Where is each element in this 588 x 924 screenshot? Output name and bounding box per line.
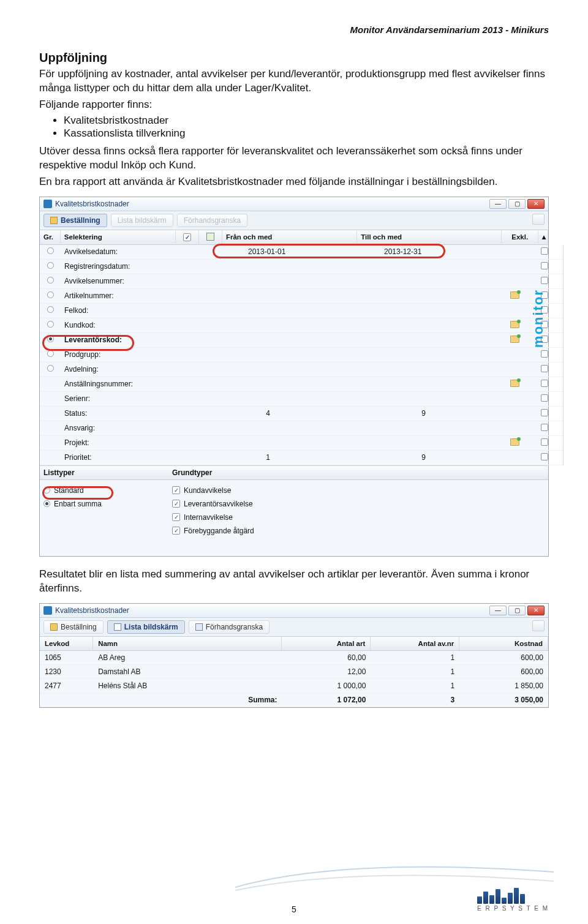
tab-forhandsgranska[interactable]: Förhandsgranska bbox=[189, 620, 270, 634]
col-kostnad: Kostnad bbox=[459, 637, 548, 650]
option-label: Internavvikelse bbox=[184, 513, 233, 522]
radio[interactable] bbox=[47, 306, 54, 313]
radio[interactable] bbox=[47, 277, 54, 284]
paragraph-resultat: Resultatet blir en lista med summering a… bbox=[39, 568, 549, 596]
minimize-button[interactable]: — bbox=[489, 199, 507, 209]
selection-row: Felkod: bbox=[40, 304, 563, 318]
cell-namn: AB Areg bbox=[93, 651, 282, 664]
tabbar: Beställning Lista bildskärm Förhandsgran… bbox=[40, 211, 548, 230]
listtype-option[interactable]: Enbart summa bbox=[43, 497, 135, 511]
to-value[interactable]: 2013-12-31 bbox=[384, 247, 499, 256]
from-value[interactable]: 1 bbox=[244, 453, 380, 462]
maximize-button[interactable]: ▢ bbox=[508, 199, 526, 209]
cell-kost: 600,00 bbox=[459, 651, 548, 664]
lookup-icon[interactable] bbox=[510, 321, 519, 328]
calendar-icon bbox=[206, 233, 214, 241]
cell-namn: Heléns Stål AB bbox=[93, 679, 282, 693]
selection-label: Serienr: bbox=[61, 394, 198, 403]
tab-lista-bildskarm[interactable]: Lista bildskärm bbox=[111, 214, 173, 227]
titlebar: Kvalitetsbristkostnader — ▢ ✕ bbox=[40, 197, 548, 211]
form-icon bbox=[50, 623, 58, 631]
cell-lev: 1065 bbox=[40, 651, 93, 664]
brand-sidebar: monitor bbox=[530, 289, 546, 348]
grundtype-option[interactable]: Leverantörsavvikelse bbox=[172, 497, 254, 511]
radio[interactable] bbox=[43, 487, 50, 494]
radio[interactable] bbox=[47, 365, 54, 372]
radio[interactable] bbox=[47, 350, 54, 357]
grundtype-option[interactable]: Kundavvikelse bbox=[172, 484, 254, 497]
checkbox[interactable] bbox=[172, 486, 180, 494]
radio[interactable] bbox=[43, 500, 50, 507]
to-value[interactable]: 9 bbox=[384, 453, 499, 462]
exkl-checkbox[interactable] bbox=[541, 247, 548, 255]
radio[interactable] bbox=[47, 291, 54, 298]
close-button[interactable]: ✕ bbox=[527, 199, 545, 209]
exkl-checkbox[interactable] bbox=[541, 277, 548, 284]
selection-label: Artikelnummer: bbox=[61, 291, 198, 300]
grundtype-option[interactable]: Internavvikelse bbox=[172, 511, 254, 524]
exkl-checkbox[interactable] bbox=[541, 424, 548, 431]
toolbar-options-button[interactable] bbox=[532, 214, 545, 225]
cell-art: 60,00 bbox=[282, 651, 371, 664]
exkl-checkbox[interactable] bbox=[541, 350, 548, 358]
sum-av: 3 bbox=[371, 693, 459, 707]
radio[interactable] bbox=[47, 336, 54, 342]
exkl-checkbox[interactable] bbox=[541, 453, 548, 460]
selection-row: Avdelning: bbox=[40, 362, 563, 377]
col-antal-art: Antal art bbox=[282, 637, 371, 650]
toolbar-options-button[interactable] bbox=[532, 620, 545, 631]
tabbar: Beställning Lista bildskärm Förhandsgran… bbox=[40, 618, 548, 637]
col-gr: Gr. bbox=[40, 231, 61, 243]
from-value[interactable]: 2013-01-01 bbox=[244, 247, 380, 256]
col-antal-avnr: Antal av.nr bbox=[371, 637, 459, 650]
radio[interactable] bbox=[47, 321, 54, 328]
result-sum-row: Summa: 1 072,00 3 3 050,00 bbox=[40, 693, 548, 707]
selection-row: Artikelnummer: bbox=[40, 289, 563, 304]
lookup-icon[interactable] bbox=[510, 291, 519, 299]
option-label: Leverantörsavvikelse bbox=[184, 500, 253, 508]
grid-header: Gr. Selektering Från och med Till och me… bbox=[40, 230, 548, 245]
cell-lev: 2477 bbox=[40, 679, 93, 693]
sub-grundtyper: Grundtyper bbox=[172, 468, 212, 477]
col-namn: Namn bbox=[93, 637, 282, 650]
result-row: 1065AB Areg60,001600,00 bbox=[40, 651, 548, 665]
checkbox[interactable] bbox=[172, 513, 180, 521]
radio[interactable] bbox=[47, 262, 54, 269]
tab-forhandsgranska[interactable]: Förhandsgranska bbox=[177, 214, 247, 227]
from-value[interactable]: 4 bbox=[244, 409, 380, 418]
list-icon bbox=[114, 623, 121, 631]
exkl-checkbox[interactable] bbox=[541, 262, 548, 269]
close-button[interactable]: ✕ bbox=[527, 606, 545, 615]
window-title: Kvalitetsbristkostnader bbox=[55, 606, 129, 615]
bullet-item: Kvalitetsbristkostnader bbox=[64, 115, 549, 127]
maximize-button[interactable]: ▢ bbox=[508, 606, 526, 615]
selection-label: Prodgrupp: bbox=[61, 350, 198, 359]
exkl-checkbox[interactable] bbox=[541, 365, 548, 372]
tab-bestallning[interactable]: Beställning bbox=[43, 620, 104, 634]
tab-bestallning[interactable]: Beställning bbox=[43, 214, 107, 227]
minimize-button[interactable]: — bbox=[489, 606, 507, 615]
tab-lista-bildskarm[interactable]: Lista bildskärm bbox=[107, 620, 185, 634]
vertical-scrollbar[interactable] bbox=[563, 245, 564, 465]
lookup-icon[interactable] bbox=[510, 380, 519, 387]
listtyper-column: StandardEnbart summa bbox=[43, 484, 135, 538]
grundtype-option[interactable]: Förebyggande åtgärd bbox=[172, 524, 254, 538]
option-label: Standard bbox=[54, 486, 84, 495]
exkl-checkbox[interactable] bbox=[541, 409, 548, 416]
sum-kost: 3 050,00 bbox=[459, 693, 548, 707]
exkl-checkbox[interactable] bbox=[541, 380, 548, 387]
checkbox[interactable] bbox=[172, 527, 180, 535]
exkl-checkbox[interactable] bbox=[541, 438, 548, 446]
listtype-option[interactable]: Standard bbox=[43, 484, 135, 497]
tab-label: Lista bildskärm bbox=[118, 216, 167, 225]
checkbox[interactable] bbox=[172, 500, 180, 508]
option-label: Kundavvikelse bbox=[184, 486, 231, 495]
lookup-icon[interactable] bbox=[510, 438, 519, 446]
header-checkbox[interactable] bbox=[183, 233, 191, 241]
exkl-checkbox[interactable] bbox=[541, 394, 548, 402]
to-value[interactable]: 9 bbox=[384, 409, 499, 418]
preview-icon bbox=[195, 623, 203, 631]
radio[interactable] bbox=[47, 247, 54, 254]
selection-row: Serienr: bbox=[40, 392, 563, 407]
lookup-icon[interactable] bbox=[510, 336, 519, 343]
